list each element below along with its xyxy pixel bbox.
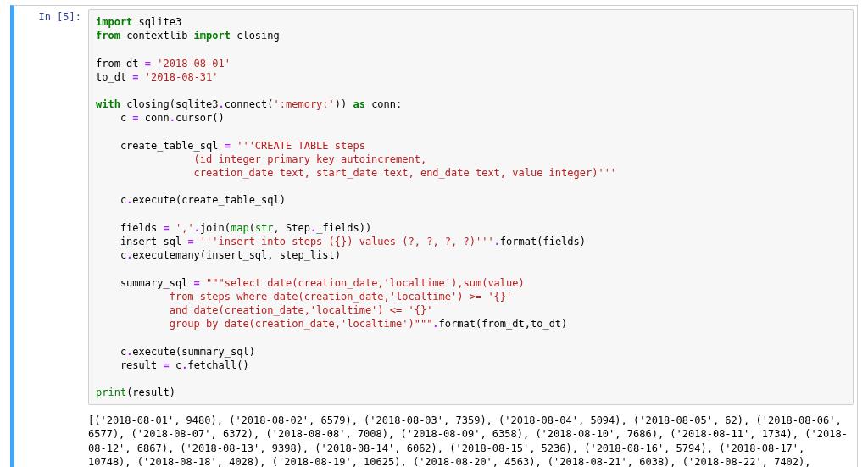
stdout-output: [('2018-08-01', 9480), ('2018-08-02', 65…: [88, 409, 857, 467]
code-input-area[interactable]: import sqlite3 from contextlib import cl…: [88, 9, 854, 405]
notebook-cell: In [5]: import sqlite3 from contextlib i…: [10, 5, 858, 467]
input-cell: In [5]: import sqlite3 from contextlib i…: [14, 6, 857, 409]
code-block[interactable]: import sqlite3 from contextlib import cl…: [96, 15, 846, 399]
output-cell: [('2018-08-01', 9480), ('2018-08-02', 65…: [14, 409, 857, 467]
input-prompt: In [5]:: [14, 6, 88, 28]
output-prompt: [14, 409, 88, 419]
